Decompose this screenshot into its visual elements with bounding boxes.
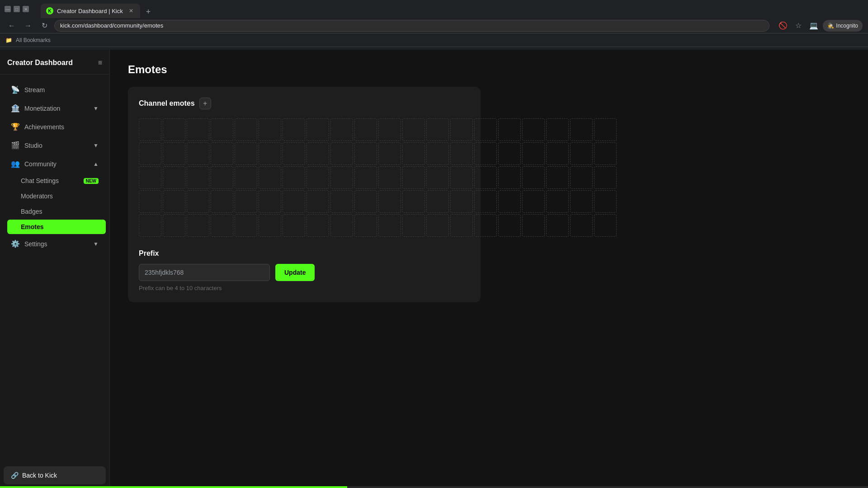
emote-slot[interactable] <box>187 118 209 141</box>
emote-slot[interactable] <box>546 118 569 141</box>
sidebar-item-settings[interactable]: ⚙️ Settings ▼ <box>4 235 106 253</box>
emote-slot[interactable] <box>570 214 593 237</box>
emote-slot[interactable] <box>498 214 521 237</box>
emote-slot[interactable] <box>426 214 449 237</box>
emote-slot[interactable] <box>330 142 353 165</box>
emote-slot[interactable] <box>426 118 449 141</box>
emote-slot[interactable] <box>498 142 521 165</box>
emote-slot[interactable] <box>259 142 281 165</box>
emote-slot[interactable] <box>211 142 233 165</box>
emote-slot[interactable] <box>354 166 377 189</box>
emote-slot[interactable] <box>163 190 185 213</box>
emote-slot[interactable] <box>235 166 257 189</box>
sidebar-item-badges[interactable]: Badges <box>7 204 106 219</box>
emote-slot[interactable] <box>450 166 473 189</box>
emote-slot[interactable] <box>187 190 209 213</box>
url-bar[interactable]: kick.com/dashboard/community/emotes <box>54 20 769 32</box>
forward-button[interactable]: → <box>22 19 34 32</box>
emote-slot[interactable] <box>450 118 473 141</box>
emote-slot[interactable] <box>330 166 353 189</box>
emote-slot[interactable] <box>522 118 545 141</box>
emote-slot[interactable] <box>235 118 257 141</box>
bookmark-icon[interactable]: ☆ <box>792 19 805 32</box>
emote-slot[interactable] <box>402 166 425 189</box>
emote-slot[interactable] <box>259 214 281 237</box>
emote-slot[interactable] <box>307 190 329 213</box>
emote-slot[interactable] <box>163 142 185 165</box>
emote-slot[interactable] <box>307 214 329 237</box>
emote-slot[interactable] <box>498 118 521 141</box>
active-tab[interactable]: K Creator Dashboard | Kick ✕ <box>41 4 140 18</box>
emote-slot[interactable] <box>402 142 425 165</box>
emote-slot[interactable] <box>187 142 209 165</box>
emote-slot[interactable] <box>426 190 449 213</box>
emote-slot[interactable] <box>450 214 473 237</box>
emote-slot[interactable] <box>594 166 617 189</box>
emote-slot[interactable] <box>139 214 161 237</box>
emote-slot[interactable] <box>163 118 185 141</box>
emote-slot[interactable] <box>211 190 233 213</box>
emote-slot[interactable] <box>354 142 377 165</box>
close-button[interactable]: ✕ <box>23 6 29 12</box>
emote-slot[interactable] <box>426 142 449 165</box>
sidebar-item-community[interactable]: 👥 Community ▲ <box>4 155 106 173</box>
add-emote-button[interactable]: + <box>199 98 211 109</box>
emote-slot[interactable] <box>211 214 233 237</box>
emote-slot[interactable] <box>139 142 161 165</box>
emote-slot[interactable] <box>139 166 161 189</box>
sidebar-item-emotes[interactable]: Emotes <box>7 220 106 234</box>
emote-slot[interactable] <box>259 166 281 189</box>
prefix-input[interactable] <box>139 264 270 281</box>
emote-slot[interactable] <box>594 142 617 165</box>
emote-slot[interactable] <box>474 118 497 141</box>
back-button[interactable]: ← <box>5 19 18 32</box>
emote-slot[interactable] <box>378 142 401 165</box>
emote-slot[interactable] <box>283 214 305 237</box>
tab-close-button[interactable]: ✕ <box>127 7 135 14</box>
emote-slot[interactable] <box>283 142 305 165</box>
emote-slot[interactable] <box>474 142 497 165</box>
emote-slot[interactable] <box>450 142 473 165</box>
emote-slot[interactable] <box>330 190 353 213</box>
emote-slot[interactable] <box>546 214 569 237</box>
emote-slot[interactable] <box>594 214 617 237</box>
emote-slot[interactable] <box>570 118 593 141</box>
emote-slot[interactable] <box>546 142 569 165</box>
emote-slot[interactable] <box>378 190 401 213</box>
maximize-button[interactable]: □ <box>14 6 20 12</box>
emote-slot[interactable] <box>330 214 353 237</box>
emote-slot[interactable] <box>139 118 161 141</box>
emote-slot[interactable] <box>354 190 377 213</box>
sidebar-item-moderators[interactable]: Moderators <box>7 189 106 203</box>
emote-slot[interactable] <box>546 190 569 213</box>
emote-slot[interactable] <box>187 214 209 237</box>
emote-slot[interactable] <box>259 118 281 141</box>
emote-slot[interactable] <box>546 166 569 189</box>
emote-slot[interactable] <box>163 166 185 189</box>
emote-slot[interactable] <box>426 166 449 189</box>
emote-slot[interactable] <box>354 118 377 141</box>
sidebar-item-monetization[interactable]: 🏦 Monetization ▼ <box>4 99 106 117</box>
emote-slot[interactable] <box>283 190 305 213</box>
back-to-kick-button[interactable]: 🔗 Back to Kick <box>4 466 106 484</box>
emote-slot[interactable] <box>378 118 401 141</box>
tablet-icon[interactable]: 💻 <box>807 19 820 32</box>
emote-slot[interactable] <box>522 166 545 189</box>
emote-slot[interactable] <box>402 118 425 141</box>
incognito-button[interactable]: 🕵 Incognito <box>823 20 863 32</box>
emote-slot[interactable] <box>474 190 497 213</box>
emote-slot[interactable] <box>522 190 545 213</box>
emote-slot[interactable] <box>307 142 329 165</box>
emote-slot[interactable] <box>570 166 593 189</box>
emote-slot[interactable] <box>570 142 593 165</box>
emote-slot[interactable] <box>283 166 305 189</box>
emote-slot[interactable] <box>283 118 305 141</box>
minimize-button[interactable]: — <box>5 6 11 12</box>
update-button[interactable]: Update <box>275 264 315 281</box>
emote-slot[interactable] <box>498 166 521 189</box>
sidebar-item-studio[interactable]: 🎬 Studio ▼ <box>4 136 106 154</box>
new-tab-button[interactable]: + <box>142 5 155 18</box>
emote-slot[interactable] <box>235 214 257 237</box>
reload-button[interactable]: ↻ <box>38 19 51 32</box>
emote-slot[interactable] <box>163 214 185 237</box>
